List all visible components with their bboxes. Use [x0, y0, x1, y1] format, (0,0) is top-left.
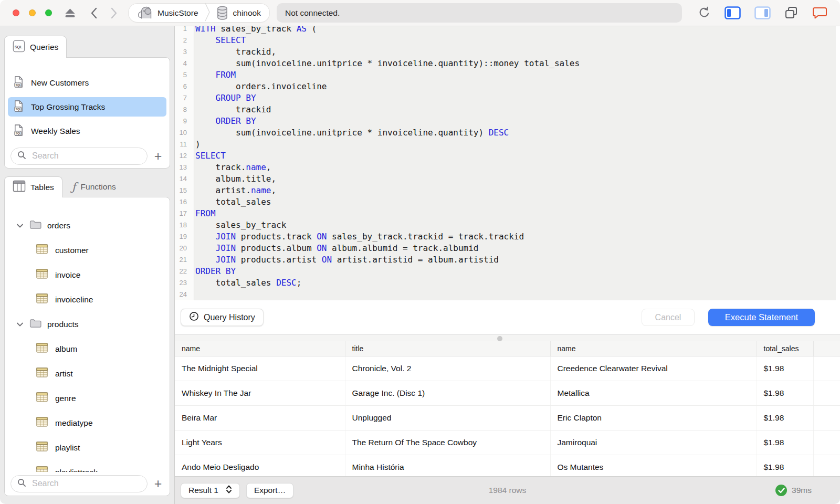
cell[interactable]: $1.98 — [757, 455, 813, 476]
toggle-left-sidebar-icon[interactable] — [724, 6, 741, 19]
cell[interactable]: $1.98 — [757, 381, 813, 405]
close-window-button[interactable] — [13, 9, 19, 16]
minimize-window-button[interactable] — [29, 9, 36, 16]
tree-table-invoice[interactable]: invoice — [5, 262, 170, 287]
table-row[interactable]: Whiskey In The JarGarage Inc. (Disc 1)Me… — [175, 381, 840, 405]
zoom-window-button[interactable] — [45, 9, 52, 16]
execute-statement-button[interactable]: Execute Statement — [708, 309, 815, 326]
code-text: JOIN products.artist ON artist.artistid … — [187, 254, 499, 266]
code-text: GROUP BY — [187, 92, 256, 104]
svg-text:SQL: SQL — [15, 44, 23, 49]
cell[interactable]: $1.98 — [757, 405, 813, 430]
tree-table-album[interactable]: album — [5, 337, 170, 361]
cell[interactable]: Beira Mar — [175, 405, 345, 430]
tab-queries-label: Queries — [30, 43, 58, 52]
add-query-button[interactable]: + — [152, 150, 164, 162]
breadcrumb: MusicStore chinook — [128, 3, 270, 23]
cell[interactable]: Os Mutantes — [550, 455, 757, 476]
column-header-filler — [813, 341, 840, 356]
tree-table-playlist[interactable]: playlist — [5, 435, 170, 460]
tree-item-label: artist — [55, 369, 73, 379]
sql-file-icon: SQL — [14, 100, 24, 114]
tab-queries[interactable]: SQL Queries — [4, 36, 67, 58]
tree-table-invoiceline[interactable]: invoiceline — [5, 287, 170, 312]
tree-item-label: mediatype — [55, 418, 93, 428]
queries-search-input[interactable] — [31, 151, 141, 161]
connection-status: Not connected. — [277, 3, 682, 23]
cell[interactable]: $1.98 — [757, 430, 813, 455]
cell[interactable]: Metallica — [550, 381, 757, 405]
cell[interactable]: $1.98 — [757, 356, 813, 381]
queries-searchbox[interactable] — [10, 148, 148, 165]
cell[interactable]: Minha História — [345, 455, 550, 476]
table-row[interactable]: Ando Meio DesligadoMinha HistóriaOs Muta… — [175, 455, 840, 476]
cell[interactable]: Eric Clapton — [550, 405, 757, 430]
results-splitter[interactable] — [175, 334, 840, 341]
tab-tables-label: Tables — [30, 183, 54, 192]
code-line-1: 1WITH sales_by_track AS ( — [175, 26, 836, 35]
tab-tables[interactable]: Tables — [4, 176, 62, 197]
query-history-button[interactable]: Query History — [181, 309, 264, 326]
table-row[interactable]: Light YearsThe Return Of The Space Cowbo… — [175, 430, 840, 455]
new-window-icon[interactable] — [784, 6, 799, 19]
query-item-new-customers[interactable]: SQLNew Customers — [8, 73, 166, 92]
splitter-handle-icon[interactable] — [497, 336, 502, 341]
cell-filler — [813, 455, 840, 476]
column-header-title[interactable]: title — [345, 341, 550, 356]
tree-folder-orders[interactable]: orders — [5, 213, 170, 238]
table-icon — [36, 392, 48, 404]
cancel-button[interactable]: Cancel — [642, 309, 695, 326]
sql-editor[interactable]: 1WITH sales_by_track AS (2 SELECT3 track… — [175, 26, 840, 300]
tree-table-customer[interactable]: customer — [5, 238, 170, 262]
toggle-right-sidebar-icon[interactable] — [754, 6, 771, 19]
query-item-weekly-sales[interactable]: SQLWeekly Sales — [8, 121, 166, 141]
refresh-icon[interactable] — [698, 6, 711, 19]
code-text: trackid — [187, 104, 271, 116]
breadcrumb-server[interactable]: MusicStore — [158, 8, 198, 18]
database-icon — [216, 6, 228, 20]
column-header-name[interactable]: name — [175, 341, 345, 356]
line-number: 20 — [175, 243, 187, 254]
back-button[interactable] — [90, 7, 97, 19]
query-item-top-grossing-tracks[interactable]: SQLTop Grossing Tracks — [8, 97, 166, 117]
code-line-21: 21 JOIN products.artist ON artist.artist… — [175, 254, 836, 266]
tables-search-input[interactable] — [31, 478, 141, 489]
forward-button[interactable] — [111, 7, 118, 19]
code-text: SELECT — [187, 35, 246, 46]
column-header-name[interactable]: name — [550, 341, 757, 356]
tree-table-genre[interactable]: genre — [5, 386, 170, 411]
tree-table-mediatype[interactable]: mediatype — [5, 411, 170, 435]
cell[interactable]: Ando Meio Desligado — [175, 455, 345, 476]
cell[interactable]: Jamiroquai — [550, 430, 757, 455]
cell[interactable]: Unplugged — [345, 405, 550, 430]
table-row[interactable]: Beira MarUnpluggedEric Clapton$1.98 — [175, 405, 840, 430]
export-button[interactable]: Export… — [246, 483, 293, 498]
sidebar: SQL Queries SQLNew CustomersSQLTop Gross… — [0, 26, 175, 504]
column-header-total-sales[interactable]: total_sales — [757, 341, 813, 356]
toolbar: MusicStore chinook Not connected. — [0, 0, 840, 26]
cell[interactable]: Light Years — [175, 430, 345, 455]
search-icon — [17, 478, 26, 489]
cell[interactable]: Garage Inc. (Disc 1) — [345, 381, 550, 405]
code-line-7: 7 GROUP BY — [175, 92, 836, 104]
chevron-down-icon[interactable] — [16, 221, 24, 230]
tree-table-artist[interactable]: artist — [5, 361, 170, 386]
cell[interactable]: Creedence Clearwater Revival — [550, 356, 757, 381]
table-row[interactable]: The Midnight SpecialChronicle, Vol. 2Cre… — [175, 356, 840, 381]
cell[interactable]: Chronicle, Vol. 2 — [345, 356, 550, 381]
status-bar: Result 1 Export… 1984 rows 39ms — [175, 476, 840, 504]
cell[interactable]: Whiskey In The Jar — [175, 381, 345, 405]
line-number: 14 — [175, 173, 187, 185]
feedback-chat-icon[interactable] — [812, 6, 827, 19]
cell[interactable]: The Return Of The Space Cowboy — [345, 430, 550, 455]
chevron-down-icon[interactable] — [16, 320, 24, 329]
tree-folder-products[interactable]: products — [5, 312, 170, 337]
breadcrumb-database[interactable]: chinook — [233, 8, 261, 18]
add-table-button[interactable]: + — [152, 478, 164, 489]
result-selector[interactable]: Result 1 — [181, 483, 240, 498]
line-number: 1 — [175, 26, 187, 35]
tab-functions[interactable]: ƒ Functions — [65, 176, 123, 197]
eject-icon[interactable] — [64, 7, 77, 19]
cell[interactable]: The Midnight Special — [175, 356, 345, 381]
tables-searchbox[interactable] — [10, 475, 148, 492]
